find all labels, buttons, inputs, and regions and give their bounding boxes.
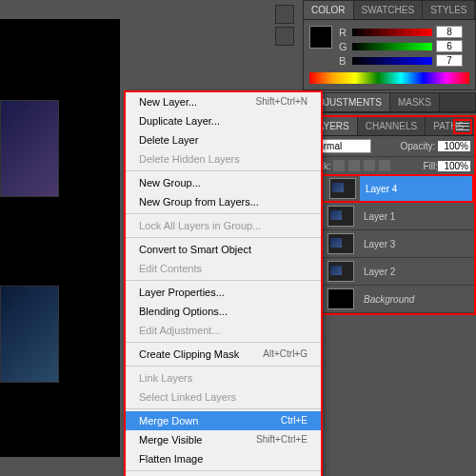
menu-item: Link Layers <box>126 368 321 387</box>
menu-item[interactable]: Blending Options... <box>126 302 321 321</box>
layer-name[interactable]: Layer 4 <box>366 184 397 194</box>
lock-position-icon[interactable] <box>364 160 375 171</box>
menu-item-label: Link Layers <box>139 372 192 384</box>
menu-item[interactable]: Merge DownCtrl+E <box>126 411 321 430</box>
menu-item: Edit Contents <box>126 259 321 278</box>
right-toolbar <box>274 2 295 97</box>
g-label: G <box>339 41 348 52</box>
menu-item-label: Create Clipping Mask <box>139 348 239 360</box>
menu-separator <box>126 280 321 281</box>
layer-list: 👁Layer 4👁Layer 1👁Layer 3👁Layer 2👁Backgro… <box>305 174 474 313</box>
menu-separator <box>126 470 321 471</box>
g-value[interactable]: 6 <box>436 40 463 52</box>
placed-image-2[interactable] <box>0 286 59 383</box>
opacity-label: Opacity: <box>401 141 436 151</box>
layers-context-menu: New Layer...Shift+Ctrl+NDuplicate Layer.… <box>124 90 323 476</box>
menu-item[interactable]: New Group from Layers... <box>126 192 321 211</box>
menu-item[interactable]: Flatten Image <box>126 449 321 468</box>
menu-separator <box>126 170 321 171</box>
menu-item-label: Blending Options... <box>139 306 228 317</box>
layer-name[interactable]: Layer 3 <box>364 239 395 249</box>
r-label: R <box>339 27 348 38</box>
panel-menu-icon[interactable] <box>453 119 472 134</box>
tab-styles[interactable]: STYLES <box>423 1 475 19</box>
menu-item-label: Duplicate Layer... <box>139 115 220 127</box>
layer-thumbnail[interactable] <box>327 261 354 282</box>
menu-item-label: Layer Properties... <box>139 287 225 298</box>
menu-item[interactable]: Duplicate Layer... <box>126 111 321 130</box>
menu-item-label: Edit Adjustment... <box>139 325 221 336</box>
menu-item-label: Convert to Smart Object <box>139 244 251 255</box>
menu-item: Lock All Layers in Group... <box>126 216 321 235</box>
menu-item-label: Merge Visible <box>139 434 202 446</box>
tab-color[interactable]: COLOR <box>304 1 354 19</box>
menu-item[interactable]: Create Clipping MaskAlt+Ctrl+G <box>126 345 321 364</box>
b-label: B <box>339 55 348 67</box>
menu-item[interactable]: New Group... <box>126 173 321 192</box>
menu-separator <box>126 237 321 238</box>
b-value[interactable]: 7 <box>436 54 463 67</box>
opacity-value[interactable]: 100% <box>438 141 470 151</box>
menu-item[interactable]: Merge VisibleShift+Ctrl+E <box>126 430 321 449</box>
menu-item[interactable]: Delete Layer <box>126 130 321 149</box>
menu-item-label: Select Linked Layers <box>139 391 236 403</box>
menu-item[interactable]: Layer Properties... <box>126 283 321 302</box>
menu-item-label: Delete Layer <box>139 134 198 146</box>
menu-separator <box>126 342 321 343</box>
color-panel: COLOR SWATCHES STYLES R8 G6 B7 <box>303 0 476 90</box>
tab-channels[interactable]: CHANNELS <box>358 117 426 135</box>
layer-thumbnail[interactable] <box>329 178 356 199</box>
menu-separator <box>126 408 321 409</box>
layer-row[interactable]: 👁Background <box>305 286 474 313</box>
menu-item-label: New Group... <box>139 177 201 188</box>
menu-separator <box>126 366 321 367</box>
tool-icon[interactable] <box>275 27 294 46</box>
menu-item-label: Delete Hidden Layers <box>139 153 240 165</box>
layer-row[interactable]: 👁Layer 4 <box>305 174 474 203</box>
foreground-color-swatch[interactable] <box>309 26 332 49</box>
layer-thumbnail[interactable] <box>327 233 354 254</box>
tab-masks[interactable]: MASKS <box>390 93 440 111</box>
placed-image-1[interactable] <box>0 100 59 197</box>
tool-icon[interactable] <box>275 5 294 24</box>
menu-item-label: New Layer... <box>139 96 197 108</box>
menu-item: Delete Hidden Layers <box>126 149 321 169</box>
r-value[interactable]: 8 <box>436 26 463 38</box>
lock-all-icon[interactable] <box>379 160 390 171</box>
menu-item: Select Linked Layers <box>126 387 321 407</box>
layer-name[interactable]: Layer 1 <box>364 211 395 222</box>
lock-transparency-icon[interactable] <box>333 160 345 171</box>
menu-item[interactable]: New Layer...Shift+Ctrl+N <box>126 92 321 111</box>
menu-separator <box>126 213 321 214</box>
r-slider[interactable] <box>352 29 432 36</box>
lock-pixels-icon[interactable] <box>348 160 360 171</box>
menu-item-label: Merge Down <box>139 415 198 426</box>
document-canvas[interactable] <box>0 19 120 457</box>
fill-value[interactable]: 100% <box>438 161 470 171</box>
canvas-area <box>0 0 124 476</box>
color-spectrum[interactable] <box>309 72 469 84</box>
menu-item: Edit Adjustment... <box>126 321 321 340</box>
panels-column: COLOR SWATCHES STYLES R8 G6 B7 ADJUSTMEN… <box>303 0 476 476</box>
layer-row[interactable]: 👁Layer 1 <box>305 203 474 230</box>
rgb-sliders: R8 G6 B7 <box>339 26 463 69</box>
fill-label: Fill: <box>423 161 438 171</box>
menu-item[interactable]: Convert to Smart Object <box>126 240 321 259</box>
layer-name[interactable]: Layer 2 <box>364 267 395 277</box>
menu-item-label: New Group from Layers... <box>139 196 259 208</box>
menu-item-label: Lock All Layers in Group... <box>139 220 261 231</box>
layer-thumbnail[interactable] <box>327 288 354 309</box>
layers-panel: LAYERS CHANNELS PATHS Normal Opacity: 10… <box>303 115 476 315</box>
adjustments-panel: ADJUSTMENTS MASKS <box>303 92 476 113</box>
g-slider[interactable] <box>352 43 432 50</box>
b-slider[interactable] <box>352 57 432 65</box>
layer-name[interactable]: Background <box>364 294 414 305</box>
menu-item-label: Edit Contents <box>139 263 202 274</box>
layer-row[interactable]: 👁Layer 2 <box>305 258 474 286</box>
tab-swatches[interactable]: SWATCHES <box>354 1 424 19</box>
layer-row[interactable]: 👁Layer 3 <box>305 230 474 258</box>
menu-item-label: Flatten Image <box>139 453 203 465</box>
layer-thumbnail[interactable] <box>327 206 354 227</box>
